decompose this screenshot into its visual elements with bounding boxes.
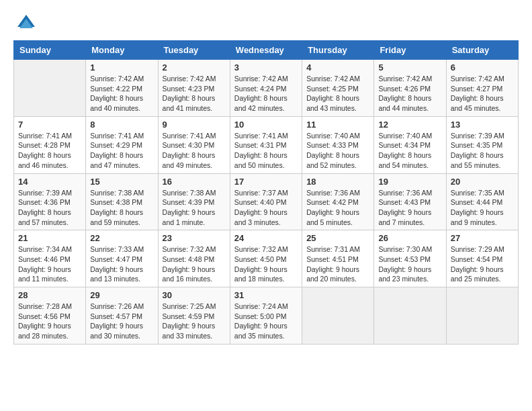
day-cell: 7Sunrise: 7:41 AMSunset: 4:28 PMDaylight…	[14, 116, 86, 173]
day-cell: 2Sunrise: 7:42 AMSunset: 4:23 PMDaylight…	[158, 60, 230, 117]
day-info: Sunrise: 7:42 AMSunset: 4:22 PMDaylight:…	[90, 74, 153, 113]
logo-icon	[16, 13, 36, 34]
day-cell: 6Sunrise: 7:42 AMSunset: 4:27 PMDaylight…	[446, 60, 518, 117]
day-number: 20	[451, 177, 514, 187]
day-info: Sunrise: 7:41 AMSunset: 4:28 PMDaylight:…	[18, 131, 81, 171]
day-cell: 4Sunrise: 7:42 AMSunset: 4:25 PMDaylight…	[302, 60, 374, 117]
calendar-table: SundayMondayTuesdayWednesdayThursdayFrid…	[13, 40, 519, 345]
day-cell	[446, 287, 518, 345]
day-info: Sunrise: 7:42 AMSunset: 4:24 PMDaylight:…	[234, 74, 298, 113]
day-number: 30	[163, 290, 226, 300]
day-info: Sunrise: 7:42 AMSunset: 4:25 PMDaylight:…	[306, 74, 369, 113]
day-number: 5	[378, 62, 441, 73]
day-info: Sunrise: 7:36 AMSunset: 4:42 PMDaylight:…	[306, 188, 369, 228]
day-info: Sunrise: 7:40 AMSunset: 4:33 PMDaylight:…	[306, 131, 369, 171]
day-header-saturday: Saturday	[446, 41, 518, 60]
day-info: Sunrise: 7:42 AMSunset: 4:23 PMDaylight:…	[163, 74, 226, 113]
day-number: 18	[306, 177, 369, 187]
day-cell	[374, 287, 446, 345]
day-cell: 24Sunrise: 7:32 AMSunset: 4:50 PMDayligh…	[230, 230, 302, 287]
day-info: Sunrise: 7:32 AMSunset: 4:50 PMDaylight:…	[234, 244, 298, 284]
day-number: 26	[378, 233, 441, 243]
day-info: Sunrise: 7:41 AMSunset: 4:31 PMDaylight:…	[234, 131, 298, 171]
day-info: Sunrise: 7:25 AMSunset: 4:59 PMDaylight:…	[163, 302, 226, 341]
page-header	[13, 13, 519, 34]
day-info: Sunrise: 7:42 AMSunset: 4:26 PMDaylight:…	[378, 74, 441, 113]
day-number: 23	[163, 233, 226, 243]
day-number: 6	[451, 62, 514, 73]
day-number: 31	[234, 290, 298, 300]
day-info: Sunrise: 7:38 AMSunset: 4:39 PMDaylight:…	[163, 188, 226, 228]
day-header-tuesday: Tuesday	[158, 41, 230, 60]
day-number: 25	[306, 233, 369, 243]
day-cell: 23Sunrise: 7:32 AMSunset: 4:48 PMDayligh…	[158, 230, 230, 287]
day-number: 11	[306, 120, 369, 130]
day-info: Sunrise: 7:41 AMSunset: 4:30 PMDaylight:…	[163, 131, 226, 171]
day-number: 1	[90, 62, 153, 73]
day-info: Sunrise: 7:28 AMSunset: 4:56 PMDaylight:…	[18, 302, 81, 341]
day-number: 14	[18, 177, 81, 187]
day-cell: 19Sunrise: 7:36 AMSunset: 4:43 PMDayligh…	[374, 173, 446, 230]
day-number: 17	[234, 177, 298, 187]
day-cell: 9Sunrise: 7:41 AMSunset: 4:30 PMDaylight…	[158, 116, 230, 173]
day-cell: 11Sunrise: 7:40 AMSunset: 4:33 PMDayligh…	[302, 116, 374, 173]
day-cell: 17Sunrise: 7:37 AMSunset: 4:40 PMDayligh…	[230, 173, 302, 230]
day-header-thursday: Thursday	[302, 41, 374, 60]
week-row-1: 1Sunrise: 7:42 AMSunset: 4:22 PMDaylight…	[14, 60, 519, 117]
day-cell: 25Sunrise: 7:31 AMSunset: 4:51 PMDayligh…	[302, 230, 374, 287]
day-number: 15	[90, 177, 153, 187]
day-cell: 21Sunrise: 7:34 AMSunset: 4:46 PMDayligh…	[14, 230, 86, 287]
day-number: 10	[234, 120, 298, 130]
day-info: Sunrise: 7:35 AMSunset: 4:44 PMDaylight:…	[451, 188, 514, 228]
day-cell: 26Sunrise: 7:30 AMSunset: 4:53 PMDayligh…	[374, 230, 446, 287]
day-cell: 12Sunrise: 7:40 AMSunset: 4:34 PMDayligh…	[374, 116, 446, 173]
day-cell: 16Sunrise: 7:38 AMSunset: 4:39 PMDayligh…	[158, 173, 230, 230]
day-cell: 14Sunrise: 7:39 AMSunset: 4:36 PMDayligh…	[14, 173, 86, 230]
day-number: 13	[451, 120, 514, 130]
day-number: 9	[163, 120, 226, 130]
week-row-3: 14Sunrise: 7:39 AMSunset: 4:36 PMDayligh…	[14, 173, 519, 230]
day-info: Sunrise: 7:32 AMSunset: 4:48 PMDaylight:…	[163, 244, 226, 284]
day-header-friday: Friday	[374, 41, 446, 60]
week-row-5: 28Sunrise: 7:28 AMSunset: 4:56 PMDayligh…	[14, 287, 519, 345]
day-header-sunday: Sunday	[14, 41, 86, 60]
day-number: 29	[90, 290, 153, 300]
day-info: Sunrise: 7:41 AMSunset: 4:29 PMDaylight:…	[90, 131, 153, 171]
day-number: 24	[234, 233, 298, 243]
day-number: 27	[451, 233, 514, 243]
day-number: 21	[18, 233, 81, 243]
day-cell: 20Sunrise: 7:35 AMSunset: 4:44 PMDayligh…	[446, 173, 518, 230]
day-header-monday: Monday	[86, 41, 158, 60]
day-info: Sunrise: 7:40 AMSunset: 4:34 PMDaylight:…	[378, 131, 441, 171]
day-info: Sunrise: 7:42 AMSunset: 4:27 PMDaylight:…	[451, 74, 514, 113]
day-cell: 10Sunrise: 7:41 AMSunset: 4:31 PMDayligh…	[230, 116, 302, 173]
logo	[13, 13, 36, 34]
day-info: Sunrise: 7:34 AMSunset: 4:46 PMDaylight:…	[18, 244, 81, 284]
day-cell	[14, 60, 86, 117]
day-number: 16	[163, 177, 226, 187]
day-cell: 27Sunrise: 7:29 AMSunset: 4:54 PMDayligh…	[446, 230, 518, 287]
day-cell: 29Sunrise: 7:26 AMSunset: 4:57 PMDayligh…	[86, 287, 158, 345]
day-info: Sunrise: 7:31 AMSunset: 4:51 PMDaylight:…	[306, 244, 369, 284]
day-cell: 28Sunrise: 7:28 AMSunset: 4:56 PMDayligh…	[14, 287, 86, 345]
day-cell: 3Sunrise: 7:42 AMSunset: 4:24 PMDaylight…	[230, 60, 302, 117]
day-number: 12	[378, 120, 441, 130]
day-info: Sunrise: 7:39 AMSunset: 4:35 PMDaylight:…	[451, 131, 514, 171]
day-cell: 31Sunrise: 7:24 AMSunset: 5:00 PMDayligh…	[230, 287, 302, 345]
calendar-header-row: SundayMondayTuesdayWednesdayThursdayFrid…	[14, 41, 519, 60]
day-header-wednesday: Wednesday	[230, 41, 302, 60]
day-cell: 30Sunrise: 7:25 AMSunset: 4:59 PMDayligh…	[158, 287, 230, 345]
day-info: Sunrise: 7:37 AMSunset: 4:40 PMDaylight:…	[234, 188, 298, 228]
week-row-4: 21Sunrise: 7:34 AMSunset: 4:46 PMDayligh…	[14, 230, 519, 287]
day-number: 22	[90, 233, 153, 243]
day-cell: 1Sunrise: 7:42 AMSunset: 4:22 PMDaylight…	[86, 60, 158, 117]
day-cell: 18Sunrise: 7:36 AMSunset: 4:42 PMDayligh…	[302, 173, 374, 230]
day-info: Sunrise: 7:30 AMSunset: 4:53 PMDaylight:…	[378, 244, 441, 284]
day-info: Sunrise: 7:33 AMSunset: 4:47 PMDaylight:…	[90, 244, 153, 284]
day-cell: 5Sunrise: 7:42 AMSunset: 4:26 PMDaylight…	[374, 60, 446, 117]
day-info: Sunrise: 7:26 AMSunset: 4:57 PMDaylight:…	[90, 302, 153, 341]
day-cell: 13Sunrise: 7:39 AMSunset: 4:35 PMDayligh…	[446, 116, 518, 173]
day-cell: 15Sunrise: 7:38 AMSunset: 4:38 PMDayligh…	[86, 173, 158, 230]
day-cell	[302, 287, 374, 345]
day-info: Sunrise: 7:24 AMSunset: 5:00 PMDaylight:…	[234, 302, 298, 341]
